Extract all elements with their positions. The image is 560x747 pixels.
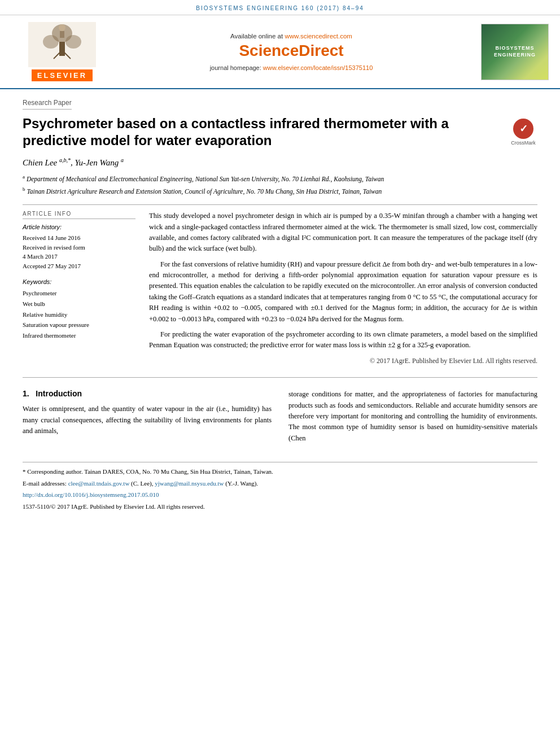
keyword-infrared-thermometer: Infrared thermometer — [23, 330, 135, 341]
biosystems-badge: Biosystems Engineering — [481, 24, 549, 80]
elsevier-tree-icon — [28, 22, 96, 67]
svg-point-3 — [65, 35, 81, 49]
sciencedirect-url[interactable]: www.sciencedirect.com — [285, 33, 352, 40]
keyword-wet-bulb: Wet bulb — [23, 299, 135, 309]
abstract-para-1: This study developed a novel psychromete… — [149, 211, 537, 255]
history-revised-date: 4 March 2017 — [23, 252, 135, 261]
crossmark-icon: ✓ — [513, 119, 533, 139]
keywords-heading: Keywords: — [23, 278, 135, 285]
abstract-text: This study developed a novel psychromete… — [149, 211, 537, 366]
footnote-corresponding: * Corresponding author. Tainan DARES, CO… — [23, 467, 537, 477]
affiliation-b: b Tainan District Agriculture Research a… — [23, 186, 537, 196]
svg-point-2 — [43, 35, 59, 49]
footnote-doi: http://dx.doi.org/10.1016/j.biosystemsen… — [23, 490, 537, 500]
page-header: ELSEVIER Available online at www.science… — [0, 15, 560, 89]
header-left: ELSEVIER — [11, 22, 113, 81]
body-col-right-text: storage conditions for matter, and the a… — [288, 389, 537, 444]
keyword-saturation-vapour: Saturation vapour pressure — [23, 320, 135, 330]
main-content: Research Paper Psychrometer based on a c… — [0, 89, 560, 525]
body-two-col: 1. Introduction Water is omnipresent, an… — [23, 389, 537, 453]
article-history-heading: Article history: — [23, 224, 135, 230]
abstract-col: This study developed a novel psychromete… — [149, 211, 537, 366]
history-accepted: Accepted 27 May 2017 — [23, 261, 135, 271]
article-info-col: ARTICLE INFO Article history: Received 1… — [23, 211, 135, 366]
paper-type-label: Research Paper — [23, 99, 72, 110]
footnote-email: E-mail addresses: clee@mail.tndais.gov.t… — [23, 479, 537, 489]
footnote-issn: 1537-5110/© 2017 IAgrE. Published by Els… — [23, 502, 537, 512]
svg-point-7 — [59, 24, 65, 31]
title-area: Psychrometer based on a contactless infr… — [23, 115, 537, 149]
svg-rect-8 — [60, 31, 64, 38]
affiliations: a Department of Mechanical and Electrome… — [23, 173, 537, 196]
article-info-abstract: ARTICLE INFO Article history: Received 1… — [23, 211, 537, 366]
biosystems-badge-text: Biosystems Engineering — [494, 45, 536, 58]
email1-link[interactable]: clee@mail.tndais.gov.tw — [68, 480, 130, 487]
affiliation-a: a Department of Mechanical and Electrome… — [23, 173, 537, 184]
sciencedirect-logo: ScienceDirect — [124, 42, 458, 60]
body-col-left: 1. Introduction Water is omnipresent, an… — [23, 389, 272, 447]
article-info-heading: ARTICLE INFO — [23, 211, 135, 219]
section-1-heading: 1. Introduction — [23, 389, 272, 398]
journal-bar: BIOSYSTEMS ENGINEERING 160 (2017) 84–94 — [0, 0, 560, 15]
abstract-para-2: For the fast conversions of relative hum… — [149, 259, 537, 325]
email2-link[interactable]: yjwang@mail.nsysu.edu.tw — [155, 480, 224, 487]
elsevier-logo: ELSEVIER — [11, 22, 113, 81]
divider-1 — [23, 204, 537, 205]
copyright-line: © 2017 IAgrE. Published by Elsevier Ltd.… — [149, 356, 537, 366]
footnotes: * Corresponding author. Tainan DARES, CO… — [23, 462, 537, 512]
section-divider — [23, 377, 537, 378]
available-online-text: Available online at www.sciencedirect.co… — [124, 33, 458, 40]
header-center: Available online at www.sciencedirect.co… — [113, 33, 470, 71]
header-right: Biosystems Engineering — [470, 24, 549, 80]
history-received: Received 14 June 2016 — [23, 233, 135, 243]
keyword-psychrometer: Psychrometer — [23, 288, 135, 299]
crossmark: ✓ CrossMark — [509, 119, 537, 146]
svg-rect-4 — [59, 42, 65, 56]
doi-link[interactable]: http://dx.doi.org/10.1016/j.biosystemsen… — [23, 491, 159, 498]
crossmark-label: CrossMark — [511, 140, 536, 146]
journal-homepage-url[interactable]: www.elsevier.com/locate/issn/15375110 — [263, 64, 373, 71]
journal-homepage: journal homepage: www.elsevier.com/locat… — [124, 64, 458, 71]
elsevier-wordmark: ELSEVIER — [32, 69, 93, 81]
paper-title: Psychrometer based on a contactless infr… — [23, 115, 509, 149]
keyword-relative-humidity: Relative humidity — [23, 309, 135, 320]
body-col-right: storage conditions for matter, and the a… — [288, 389, 537, 447]
abstract-para-3: For predicting the water evaporation of … — [149, 329, 537, 351]
journal-bar-text: BIOSYSTEMS ENGINEERING 160 (2017) 84–94 — [196, 5, 364, 11]
history-revised-label: Received in revised form — [23, 243, 135, 252]
body-col-left-text: Water is omnipresent, and the quantity o… — [23, 404, 272, 436]
authors: Chien Lee a,b,*, Yu-Jen Wang a — [23, 157, 537, 168]
